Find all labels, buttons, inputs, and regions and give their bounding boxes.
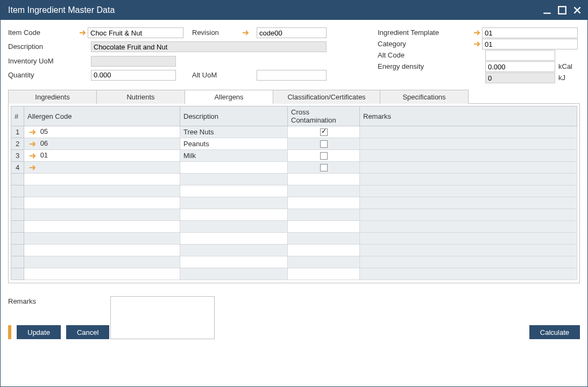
table-row[interactable] [11, 221, 577, 233]
checkbox-icon[interactable] [320, 152, 328, 160]
allergen-code-cell[interactable] [24, 233, 180, 245]
allergen-desc-cell[interactable] [180, 209, 288, 221]
tab-specifications[interactable]: Specifications [380, 90, 469, 104]
remarks-cell[interactable] [360, 268, 577, 280]
allergen-code-cell[interactable] [24, 174, 180, 185]
cross-contamination-cell[interactable] [288, 138, 360, 150]
remarks-cell[interactable] [360, 233, 577, 245]
cross-contamination-cell[interactable] [288, 174, 360, 185]
revision-input[interactable] [257, 27, 327, 38]
remarks-cell[interactable] [360, 256, 577, 268]
remarks-cell[interactable] [360, 174, 577, 185]
allergen-code-cell[interactable]: 06 [24, 138, 180, 150]
cross-contamination-cell[interactable] [288, 256, 360, 268]
remarks-cell[interactable] [360, 138, 577, 150]
table-row[interactable]: 3 01Milk [11, 150, 577, 162]
allergen-desc-cell[interactable] [180, 185, 288, 197]
energy-density-kj-input[interactable] [485, 73, 555, 83]
tab-classification[interactable]: Classification/Certificates [273, 90, 380, 104]
cross-contamination-cell[interactable] [288, 162, 360, 174]
allergen-desc-cell[interactable]: Peanuts [180, 138, 288, 150]
allergen-desc-cell[interactable] [180, 162, 288, 174]
arrow-icon[interactable] [473, 27, 481, 38]
remarks-cell[interactable] [360, 185, 577, 197]
close-icon[interactable] [572, 5, 582, 15]
allergen-code-cell[interactable] [24, 162, 180, 174]
table-row[interactable] [11, 256, 577, 268]
arrow-icon[interactable] [79, 27, 87, 38]
cross-contamination-cell[interactable] [288, 221, 360, 233]
col-header-num[interactable]: # [11, 106, 24, 126]
arrow-icon[interactable] [27, 127, 38, 138]
tab-ingredients[interactable]: Ingredients [8, 90, 97, 104]
alt-code-input[interactable] [485, 50, 555, 61]
col-header-cc[interactable]: Cross Contamination [288, 106, 360, 126]
arrow-icon[interactable] [473, 39, 481, 49]
remarks-cell[interactable] [360, 126, 577, 138]
remarks-cell[interactable] [360, 162, 577, 174]
tab-nutrients[interactable]: Nutrients [96, 90, 185, 104]
col-header-remarks[interactable]: Remarks [360, 106, 577, 126]
table-row[interactable]: 4 [11, 162, 577, 174]
tab-allergens[interactable]: Allergens [185, 90, 273, 104]
cross-contamination-cell[interactable] [288, 126, 360, 138]
table-row[interactable]: 2 06Peanuts [11, 138, 577, 150]
table-row[interactable]: 1 05Tree Nuts [11, 126, 577, 138]
table-row[interactable] [11, 233, 577, 245]
checkbox-icon[interactable] [320, 140, 328, 148]
remarks-cell[interactable] [360, 150, 577, 162]
checkbox-icon[interactable] [320, 164, 328, 171]
allergen-desc-cell[interactable] [180, 197, 288, 209]
allergen-code-cell[interactable] [24, 209, 180, 221]
allergen-desc-cell[interactable] [180, 233, 288, 245]
allergen-code-cell[interactable] [24, 245, 180, 256]
allergen-desc-cell[interactable] [180, 256, 288, 268]
allergen-desc-cell[interactable] [180, 221, 288, 233]
allergen-code-cell[interactable]: 01 [24, 150, 180, 162]
allergen-code-cell[interactable] [24, 256, 180, 268]
cross-contamination-cell[interactable] [288, 197, 360, 209]
table-row[interactable] [11, 209, 577, 221]
calculate-button[interactable]: Calculate [529, 325, 580, 339]
arrow-icon[interactable] [240, 27, 251, 38]
energy-density-kcal-input[interactable] [485, 61, 555, 72]
cross-contamination-cell[interactable] [288, 185, 360, 197]
allergen-code-cell[interactable] [24, 185, 180, 197]
arrow-icon[interactable] [27, 162, 38, 173]
cancel-button[interactable]: Cancel [66, 325, 109, 339]
checkbox-icon[interactable] [320, 128, 328, 136]
table-row[interactable] [11, 268, 577, 280]
item-code-input[interactable] [88, 27, 183, 38]
allergen-desc-cell[interactable]: Tree Nuts [180, 126, 288, 138]
arrow-icon[interactable] [27, 150, 38, 161]
allergen-code-cell[interactable]: 05 [24, 126, 180, 138]
allergen-code-cell[interactable] [24, 197, 180, 209]
col-header-desc[interactable]: Description [180, 106, 288, 126]
table-row[interactable] [11, 185, 577, 197]
table-row[interactable] [11, 197, 577, 209]
allergen-code-cell[interactable] [24, 221, 180, 233]
arrow-icon[interactable] [27, 139, 38, 149]
cross-contamination-cell[interactable] [288, 245, 360, 256]
table-row[interactable] [11, 245, 577, 256]
col-header-code[interactable]: Allergen Code [24, 106, 180, 126]
cross-contamination-cell[interactable] [288, 150, 360, 162]
alt-uom-input[interactable] [257, 70, 327, 81]
inventory-uom-input[interactable] [91, 56, 176, 67]
remarks-cell[interactable] [360, 209, 577, 221]
allergen-code-cell[interactable] [24, 268, 180, 280]
cross-contamination-cell[interactable] [288, 268, 360, 280]
description-input[interactable] [91, 41, 327, 52]
allergen-desc-cell[interactable] [180, 245, 288, 256]
allergen-desc-cell[interactable] [180, 268, 288, 280]
allergen-desc-cell[interactable]: Milk [180, 150, 288, 162]
update-button[interactable]: Update [17, 325, 61, 339]
remarks-cell[interactable] [360, 245, 577, 256]
table-row[interactable] [11, 174, 577, 185]
maximize-icon[interactable] [557, 5, 567, 15]
minimize-icon[interactable] [542, 5, 552, 15]
remarks-cell[interactable] [360, 221, 577, 233]
remarks-cell[interactable] [360, 197, 577, 209]
quantity-input[interactable] [91, 70, 176, 81]
cross-contamination-cell[interactable] [288, 233, 360, 245]
